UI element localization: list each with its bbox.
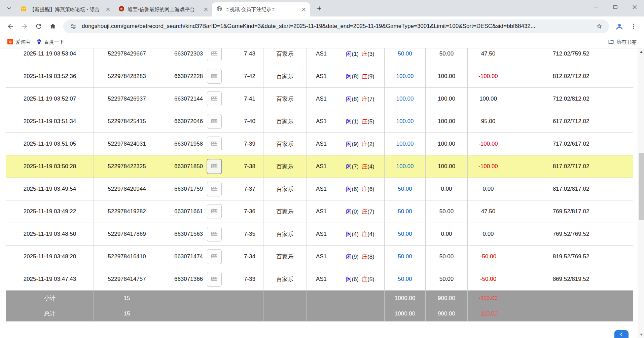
video-replay-button[interactable] xyxy=(207,48,222,61)
bet-amount-link[interactable]: 50.00 xyxy=(398,231,412,237)
cell-win-loss: -100.00 xyxy=(468,133,509,155)
table-row: 2025-11-19 03:48:50 522978417869 6630715… xyxy=(6,223,633,246)
cell-result: 闲(4)庄(4) xyxy=(336,223,385,246)
video-replay-button[interactable] xyxy=(207,91,222,106)
cell-balance: 617.02/712.02 xyxy=(509,110,633,133)
cell-bet-time: 2025-11-19 03:51:05 xyxy=(6,133,94,155)
player-result: 闲 xyxy=(346,254,352,260)
cell-table-name: AS1 xyxy=(307,246,336,268)
profile-avatar[interactable] xyxy=(612,19,627,33)
player-result: 闲 xyxy=(346,231,352,237)
all-bookmarks-button[interactable]: 所有书签 xyxy=(605,37,639,47)
browser-tab-game-platform[interactable]: 通宝-信誉最好的网上游戏平台 xyxy=(114,2,212,16)
cell-bet-amount: 50.00 xyxy=(385,178,426,200)
video-replay-button[interactable] xyxy=(207,182,222,196)
cell-valid-amount: 100.00 xyxy=(426,88,468,110)
url-text[interactable]: dongshouji.com/game/betrecord_search/kin… xyxy=(82,23,591,30)
video-replay-button[interactable] xyxy=(207,227,222,241)
bet-amount-link[interactable]: 50.00 xyxy=(398,208,412,215)
video-replay-button[interactable] xyxy=(207,159,222,174)
banker-result: 庄 xyxy=(362,276,367,283)
video-replay-button[interactable] xyxy=(207,114,222,129)
bet-amount-link[interactable]: 50.00 xyxy=(398,186,412,192)
site-settings-icon[interactable] xyxy=(68,21,78,31)
all-bookmarks-label: 所有书签 xyxy=(616,39,637,45)
cell-balance: 712.02/759.52 xyxy=(509,48,633,65)
tab-close-icon[interactable] xyxy=(300,6,307,13)
cell-game-type: 百家乐 xyxy=(263,246,307,268)
cell-balance: 717.02/617.02 xyxy=(509,133,633,155)
cell-bet-id: 522978429667 xyxy=(94,48,160,65)
bet-amount-link[interactable]: 50.00 xyxy=(398,253,412,260)
bet-amount-link[interactable]: 50.00 xyxy=(398,50,412,57)
coin-favicon-icon xyxy=(118,6,124,13)
new-tab-button[interactable] xyxy=(314,3,325,14)
address-bar[interactable]: dongshouji.com/game/betrecord_search/kin… xyxy=(63,20,609,33)
cell-table-name: AS1 xyxy=(307,88,336,110)
cell-bet-amount: 100.00 xyxy=(385,110,426,133)
cell-game-type: 百家乐 xyxy=(263,200,307,223)
cell-valid-amount: 100.00 xyxy=(426,65,468,88)
cell-result: 闲(9)庄(8) xyxy=(336,246,385,268)
cell-balance: 812.02/712.02 xyxy=(509,65,633,88)
cell-bet-amount: 100.00 xyxy=(385,65,426,88)
vertical-scrollbar[interactable] xyxy=(638,48,644,338)
tab-close-icon[interactable] xyxy=(203,6,209,13)
banker-result: 庄 xyxy=(362,254,367,260)
bet-amount-link[interactable]: 100.00 xyxy=(396,163,414,170)
summary-count: 15 xyxy=(94,306,160,322)
forward-button[interactable] xyxy=(17,19,32,33)
bet-amount-link[interactable]: 100.00 xyxy=(396,73,414,79)
scroll-up-arrow-icon[interactable] xyxy=(638,48,644,55)
maximize-button[interactable] xyxy=(606,0,625,14)
bet-amount-link[interactable]: 100.00 xyxy=(396,118,414,124)
bet-amount-link[interactable]: 100.00 xyxy=(396,141,414,147)
video-replay-button[interactable] xyxy=(207,69,222,84)
browser-menu-button[interactable] xyxy=(627,19,641,33)
player-result: 闲 xyxy=(346,186,352,192)
table-row: 2025-11-19 03:48:20 522978416410 6630714… xyxy=(6,246,633,268)
cell-bet-id: 522978420944 xyxy=(94,178,160,200)
bookmark-baidu[interactable]: 百度一下 xyxy=(33,37,67,47)
bet-amount-link[interactable]: 100.00 xyxy=(396,96,414,102)
bookmark-taobao[interactable]: 爱淘宝 xyxy=(5,37,33,47)
cell-bet-time: 2025-11-19 03:49:54 xyxy=(6,178,94,200)
browser-tab-forum[interactable]: 【新提醒】海燕策略论坛 - 综合 xyxy=(16,2,114,16)
tab-search-chevron-icon[interactable] xyxy=(3,3,15,14)
game-number: 663071958 xyxy=(174,141,203,147)
cell-win-loss: 0.00 xyxy=(468,178,509,200)
cell-balance: 769.52/817.02 xyxy=(509,200,633,223)
player-result: 闲 xyxy=(346,276,352,283)
video-replay-button[interactable] xyxy=(207,249,222,264)
video-replay-button[interactable] xyxy=(207,272,222,287)
bet-amount-link[interactable]: 50.00 xyxy=(398,276,412,282)
video-replay-button[interactable] xyxy=(207,137,222,151)
cell-result: 闲(9)庄(2) xyxy=(336,133,385,155)
minimize-button[interactable] xyxy=(586,0,606,14)
cell-bet-time: 2025-11-19 03:48:50 xyxy=(6,223,94,246)
cell-game-number: 663071474 xyxy=(160,246,236,268)
cell-result: 闲(7)庄(4) xyxy=(336,155,385,178)
browser-toolbar: dongshouji.com/game/betrecord_search/kin… xyxy=(0,16,644,36)
back-button[interactable] xyxy=(3,19,17,33)
tab-close-icon[interactable] xyxy=(105,6,111,13)
home-button[interactable] xyxy=(46,19,60,33)
cell-bet-id: 522978416410 xyxy=(94,246,160,268)
cell-result: 闲(0)庄(7) xyxy=(336,200,385,223)
floating-action-button[interactable] xyxy=(614,330,629,338)
reload-button[interactable] xyxy=(32,19,46,33)
cell-win-loss: 47.50 xyxy=(468,48,509,65)
browser-tab-bet-records[interactable]: :::视讯 会员下注纪录::: xyxy=(212,2,310,16)
player-result: 闲 xyxy=(346,141,352,147)
cell-valid-amount: 0.00 xyxy=(426,223,468,246)
close-window-button[interactable] xyxy=(625,0,644,14)
scrollbar-thumb[interactable] xyxy=(639,153,644,220)
bookmark-star-icon[interactable] xyxy=(594,21,604,31)
scroll-down-arrow-icon[interactable] xyxy=(638,331,644,338)
summary-winloss-total: -110.00 xyxy=(468,291,509,306)
cell-bet-id: 522978424031 xyxy=(94,133,160,155)
cell-balance: 869.52/819.52 xyxy=(509,268,633,291)
cell-balance: 712.02/812.02 xyxy=(509,88,633,110)
video-replay-button[interactable] xyxy=(207,204,222,219)
cell-result: 闲(6)庄(5) xyxy=(336,268,385,291)
